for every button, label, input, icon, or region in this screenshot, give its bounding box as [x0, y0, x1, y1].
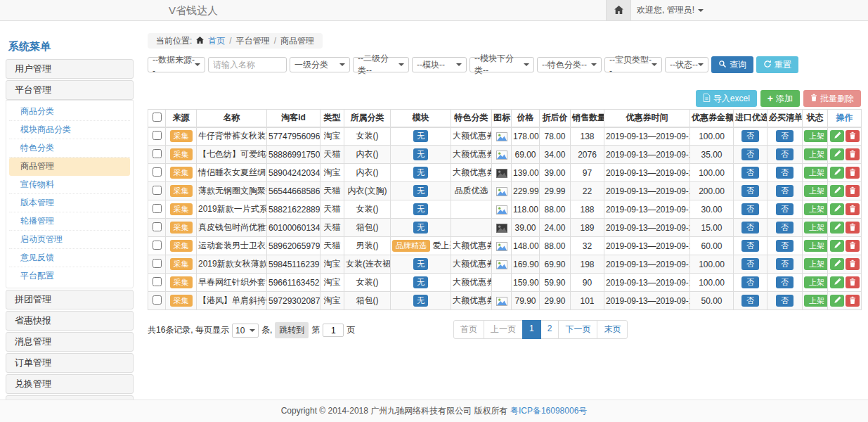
delete-button[interactable] — [846, 203, 860, 215]
must-buy-toggle[interactable]: 否 — [776, 203, 793, 215]
sidebar-item-1-3[interactable]: 商品管理 — [9, 158, 130, 176]
row-checkbox[interactable] — [153, 277, 162, 286]
import-select-toggle[interactable]: 否 — [741, 295, 759, 307]
module-select[interactable]: --模块-- — [412, 57, 467, 72]
home-button[interactable] — [606, 0, 631, 20]
sidebar-item-1-1[interactable]: 模块商品分类 — [9, 121, 130, 139]
sidebar-group-6[interactable]: 兑换管理 — [6, 374, 134, 394]
source-select[interactable]: --数据来源-- — [148, 57, 205, 72]
must-buy-toggle[interactable]: 否 — [776, 222, 793, 234]
user-menu[interactable]: 欢迎您, 管理员! — [637, 0, 704, 20]
sidebar-group-3[interactable]: 省惠快报 — [6, 311, 134, 331]
import-select-toggle[interactable]: 否 — [741, 185, 759, 197]
import-select-toggle[interactable]: 否 — [741, 167, 759, 179]
delete-button[interactable] — [846, 148, 860, 160]
row-checkbox[interactable] — [153, 131, 162, 140]
status-toggle[interactable]: 上架 — [804, 222, 828, 234]
status-toggle[interactable]: 上架 — [804, 148, 828, 160]
pager-item-0[interactable]: 首页 — [453, 320, 484, 339]
search-button[interactable]: 查询 — [711, 56, 753, 73]
import-select-toggle[interactable]: 否 — [741, 222, 759, 234]
delete-button[interactable] — [846, 258, 860, 270]
icp-link[interactable]: 粤ICP备16098006号 — [510, 406, 587, 416]
delete-button[interactable] — [846, 167, 860, 179]
status-toggle[interactable]: 上架 — [804, 276, 828, 288]
status-toggle[interactable]: 上架 — [804, 203, 828, 215]
import-select-toggle[interactable]: 否 — [741, 130, 759, 142]
item-type-select[interactable]: --宝贝类型-- — [604, 57, 662, 72]
sidebar-group-4[interactable]: 消息管理 — [6, 332, 134, 352]
pager-item-4[interactable]: 下一页 — [558, 320, 597, 339]
pager-item-5[interactable]: 末页 — [597, 320, 628, 339]
edit-button[interactable] — [830, 276, 844, 288]
batch-delete-button[interactable]: 批量删除 — [803, 90, 861, 107]
module-sub-select[interactable]: --模块下分类-- — [469, 57, 534, 72]
sidebar-item-1-4[interactable]: 宣传物料 — [9, 176, 130, 194]
row-checkbox[interactable] — [153, 259, 162, 268]
feature-select[interactable]: --特色分类-- — [537, 57, 602, 72]
edit-button[interactable] — [830, 130, 844, 142]
must-buy-toggle[interactable]: 否 — [776, 185, 793, 197]
sidebar-group-5[interactable]: 订单管理 — [6, 353, 134, 373]
pager-item-3[interactable]: 2 — [540, 320, 559, 339]
edit-button[interactable] — [830, 185, 844, 197]
status-toggle[interactable]: 上架 — [804, 185, 828, 197]
row-checkbox[interactable] — [153, 186, 162, 195]
status-toggle[interactable]: 上架 — [804, 240, 828, 252]
sidebar-item-1-9[interactable]: 平台配置 — [9, 267, 130, 286]
row-checkbox[interactable] — [153, 167, 162, 177]
edit-button[interactable] — [830, 203, 844, 215]
row-checkbox[interactable] — [153, 222, 162, 231]
row-checkbox[interactable] — [153, 295, 162, 305]
row-checkbox[interactable] — [153, 204, 162, 213]
pager-item-2[interactable]: 1 — [522, 320, 541, 339]
status-toggle[interactable]: 上架 — [804, 167, 828, 179]
must-buy-toggle[interactable]: 否 — [776, 258, 793, 270]
sidebar-item-1-7[interactable]: 启动页管理 — [9, 231, 130, 249]
sidebar-item-1-2[interactable]: 特色分类 — [9, 139, 130, 158]
must-buy-toggle[interactable]: 否 — [776, 240, 793, 252]
delete-button[interactable] — [846, 130, 860, 142]
status-toggle[interactable]: 上架 — [804, 130, 828, 142]
level1-category-select[interactable]: 一级分类 — [290, 57, 350, 72]
delete-button[interactable] — [846, 295, 860, 307]
add-button[interactable]: + 添加 — [760, 90, 800, 107]
sidebar-item-1-8[interactable]: 意见反馈 — [9, 249, 130, 267]
page-number-input[interactable] — [323, 324, 344, 337]
delete-button[interactable] — [846, 185, 860, 197]
select-all-checkbox[interactable] — [153, 113, 162, 122]
edit-button[interactable] — [830, 167, 844, 179]
sidebar-item-1-0[interactable]: 商品分类 — [9, 103, 130, 121]
status-toggle[interactable]: 上架 — [804, 295, 828, 307]
sidebar-item-1-6[interactable]: 轮播管理 — [9, 212, 130, 231]
sidebar-group-2[interactable]: 拼团管理 — [6, 290, 134, 309]
breadcrumb-home-link[interactable]: 首页 — [208, 35, 225, 47]
import-select-toggle[interactable]: 否 — [741, 148, 759, 160]
pager-item-1[interactable]: 上一页 — [484, 320, 523, 339]
sidebar-group-1[interactable]: 平台管理 — [6, 80, 134, 100]
jump-button[interactable]: 跳转到 — [275, 322, 309, 338]
import-excel-button[interactable]: 导入excel — [696, 90, 757, 107]
edit-button[interactable] — [830, 222, 844, 234]
must-buy-toggle[interactable]: 否 — [776, 295, 793, 307]
edit-button[interactable] — [830, 258, 844, 270]
import-select-toggle[interactable]: 否 — [741, 203, 759, 215]
row-checkbox[interactable] — [153, 241, 162, 250]
delete-button[interactable] — [846, 276, 860, 288]
reset-button[interactable]: 重置 — [756, 56, 798, 73]
level2-category-select[interactable]: --二级分类-- — [353, 57, 409, 72]
sidebar-item-1-5[interactable]: 版本管理 — [9, 194, 130, 212]
delete-button[interactable] — [846, 222, 860, 234]
import-select-toggle[interactable]: 否 — [741, 258, 759, 270]
must-buy-toggle[interactable]: 否 — [776, 167, 793, 179]
must-buy-toggle[interactable]: 否 — [776, 130, 793, 142]
row-checkbox[interactable] — [153, 149, 162, 158]
import-select-toggle[interactable]: 否 — [741, 276, 759, 288]
import-select-toggle[interactable]: 否 — [741, 240, 759, 252]
edit-button[interactable] — [830, 148, 844, 160]
page-size-select[interactable]: 10 — [232, 324, 259, 338]
status-toggle[interactable]: 上架 — [804, 258, 828, 270]
name-input[interactable] — [208, 57, 287, 72]
sidebar-group-0[interactable]: 用户管理 — [6, 59, 134, 79]
status-select[interactable]: --状态-- — [665, 57, 708, 72]
